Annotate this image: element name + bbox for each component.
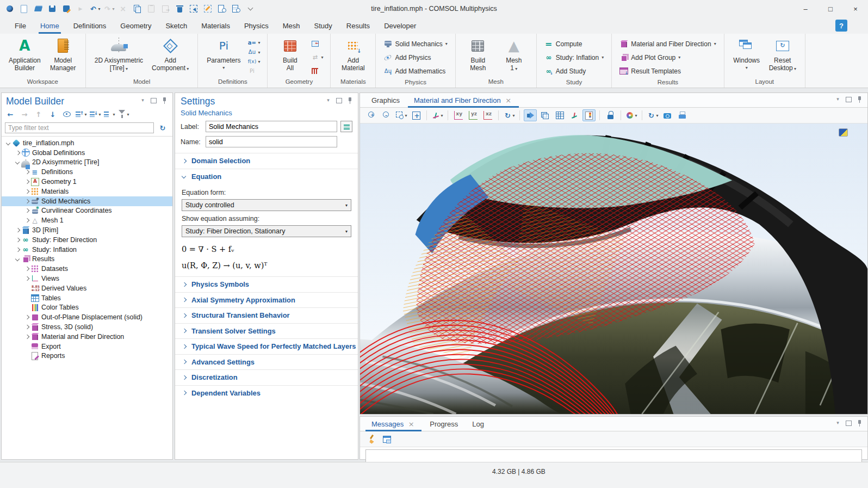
eye-button[interactable] (60, 108, 73, 120)
build-mesh-button[interactable]: BuildMesh (461, 36, 495, 73)
section-physics-symbols[interactable]: Physics Symbols (175, 276, 358, 292)
tree-item-export[interactable]: Export (2, 342, 172, 351)
tree-item-solid-mechanics[interactable]: Solid Mechanics (2, 196, 172, 206)
tree-expand-arrow-icon[interactable] (14, 246, 21, 253)
open-file-button[interactable] (32, 3, 45, 15)
tree-expand-arrow-icon[interactable] (23, 178, 30, 185)
pin-button[interactable] (855, 95, 864, 103)
messages-tab-progress[interactable]: Progress (423, 417, 465, 431)
save-button[interactable] (46, 3, 59, 15)
tree-item-out-of-plane-displacement-solid[interactable]: Out-of-Plane Displacement (solid) (2, 312, 172, 322)
pi-small-button[interactable]: Pi (246, 67, 262, 77)
add-physics-button[interactable]: Add Physics (381, 51, 449, 64)
zoom-out-button[interactable] (380, 109, 393, 121)
zoom-in-button[interactable] (365, 109, 379, 121)
list-up-button[interactable]: ▾ (75, 108, 88, 120)
add-study-button[interactable]: Add Study (542, 65, 606, 77)
pin-button[interactable] (160, 96, 169, 104)
snapshot-button[interactable] (661, 109, 674, 121)
scene-light-button[interactable] (524, 109, 537, 121)
graphics-tab-material-and-fiber-direction[interactable]: Material and Fiber Direction× (407, 93, 520, 107)
section-axial-symmetry-approximation[interactable]: Axial Symmetry Approximation (175, 292, 358, 308)
tree-expand-arrow-icon[interactable] (23, 207, 30, 214)
reset-desktop-button[interactable]: ResetDesktop ▾ (766, 36, 799, 74)
panel-caret-button[interactable]: ▾ (833, 95, 842, 103)
tree-expand-arrow-icon[interactable] (5, 140, 12, 146)
study-inflation-button[interactable]: ∞Study: Inflation▾ (542, 51, 606, 64)
menu-tab-home[interactable]: Home (33, 17, 66, 34)
section-structural-transient-behavior[interactable]: Structural Transient Behavior (175, 307, 358, 323)
pin-button[interactable] (855, 419, 864, 427)
back-button[interactable]: ← (4, 108, 17, 120)
print-button[interactable] (675, 109, 689, 121)
section-typical-wave-speed-for-perfectly-matched-layers[interactable]: Typical Wave Speed for Perfectly Matched… (175, 338, 358, 354)
tree-item-global-definitions[interactable]: Global Definitions (2, 148, 172, 158)
redo-button[interactable]: ↷▾ (102, 3, 115, 15)
lock-button[interactable] (604, 109, 617, 121)
minimize-button[interactable]: – (793, 0, 818, 17)
section-equation[interactable]: Equation (175, 169, 358, 184)
rotate-3d-button[interactable]: ↻▾ (503, 109, 516, 121)
select-rect-button[interactable] (187, 3, 200, 15)
add-material-button[interactable]: AddMaterial (336, 36, 370, 73)
tree-item-3d-rim[interactable]: 3D [Rim] (2, 225, 172, 235)
compute-button[interactable]: =Compute (542, 38, 606, 50)
menu-tab-physics[interactable]: Physics (237, 17, 276, 34)
label-field-input[interactable] (206, 121, 337, 132)
app-logo-button[interactable] (3, 3, 16, 15)
image-effects-button[interactable]: ▾ (625, 109, 638, 121)
tree-item-stress-3d-solid[interactable]: Stress, 3D (solid) (2, 322, 172, 332)
menu-tab-definitions[interactable]: Definitions (66, 17, 114, 34)
help-button[interactable]: ? (835, 20, 847, 32)
copy-button[interactable] (131, 3, 144, 15)
up-button[interactable]: ↑ (32, 108, 45, 120)
tree-item-tire-inflation-mph[interactable]: tire_inflation.mph (2, 138, 172, 148)
tree-filter-input[interactable] (5, 122, 154, 133)
show-equation-select[interactable]: Study: Fiber Direction, Stationary ▾ (182, 225, 351, 237)
application-builder-button[interactable]: AApplicationBuilder (5, 36, 44, 73)
messages-tab-messages[interactable]: Messages× (364, 417, 423, 431)
zoom-box-button[interactable]: ▾ (395, 109, 408, 121)
material-and-fiber-direction-button[interactable]: Material and Fiber Direction▾ (617, 38, 718, 50)
tab-close-icon[interactable]: × (504, 96, 513, 104)
cut-button[interactable]: × (116, 3, 129, 15)
list-flat-button[interactable]: ▾ (103, 108, 116, 120)
undo-button[interactable]: ↶▾ (88, 3, 101, 15)
menu-tab-sketch[interactable]: Sketch (158, 17, 194, 34)
tree-item-materials[interactable]: Materials (2, 187, 172, 196)
section-advanced-settings[interactable]: Advanced Settings (175, 354, 358, 370)
tree-item-datasets[interactable]: Datasets (2, 264, 172, 274)
tree-expand-arrow-icon[interactable] (23, 265, 30, 272)
orientation-axes-button[interactable] (568, 109, 581, 121)
windows-button[interactable]: Windows▾ (730, 36, 764, 73)
graphics-tab-graphics[interactable]: Graphics (364, 93, 407, 107)
tree-expand-arrow-icon[interactable] (23, 188, 30, 195)
tree-item-study-fiber-direction[interactable]: ∞Study: Fiber Direction (2, 235, 172, 245)
name-field-input[interactable] (206, 136, 337, 147)
transparency-button[interactable] (538, 109, 551, 121)
menu-tab-study[interactable]: Study (307, 17, 339, 34)
tree-expand-arrow-icon[interactable] (14, 150, 21, 156)
menu-tab-geometry[interactable]: Geometry (113, 17, 158, 34)
list-down-button[interactable]: ▾ (89, 108, 102, 120)
new-file-button[interactable] (17, 3, 30, 15)
tree-item-geometry-1[interactable]: Geometry 1 (2, 177, 172, 187)
tree-item-derived-values[interactable]: Derived Values (2, 283, 172, 293)
table-window-button[interactable] (380, 433, 393, 445)
result-templates-button[interactable]: Result Templates (617, 65, 718, 77)
tree-expand-arrow-icon[interactable] (23, 198, 30, 205)
fx-button[interactable]: f(x)▾ (246, 57, 262, 67)
close-button[interactable]: × (843, 0, 868, 17)
render-quality-icon[interactable] (839, 128, 848, 137)
tree-item-mesh-1[interactable]: △Mesh 1 (2, 215, 172, 225)
add-plot-group-button[interactable]: Add Plot Group▾ (617, 51, 718, 64)
tree-item-study-inflation[interactable]: ∞Study: Inflation (2, 245, 172, 255)
a-eq-button[interactable]: a=▾ (246, 38, 262, 48)
tree-item-curvilinear-coordinates[interactable]: Curvilinear Coordinates (2, 206, 172, 216)
pin-button[interactable] (345, 96, 355, 104)
insert-sequence-button[interactable] (309, 38, 325, 49)
find-doc-button[interactable] (215, 3, 228, 15)
messages-tab-log[interactable]: Log (465, 417, 491, 431)
graphics-canvas[interactable] (360, 123, 867, 414)
menu-tab-materials[interactable]: Materials (194, 17, 237, 34)
